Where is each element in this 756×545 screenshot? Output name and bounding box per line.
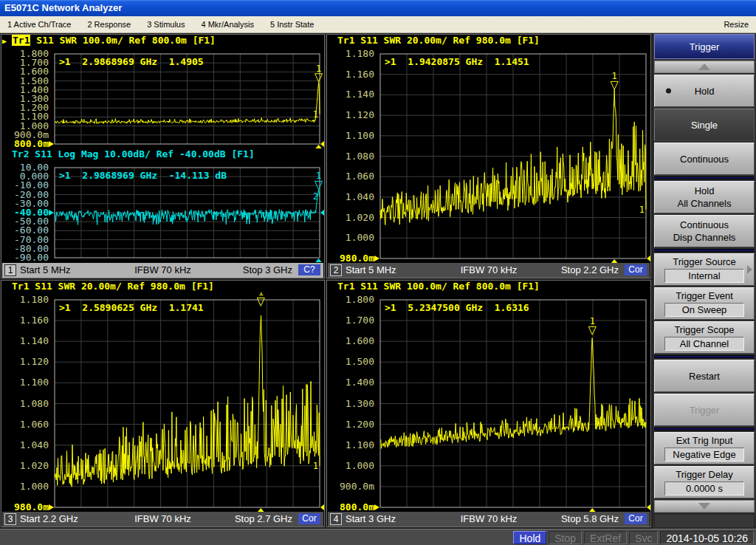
- softkey-continuous-disp-channels-button[interactable]: ContinuousDisp Channels: [654, 215, 755, 247]
- trace-name-label: Tr2: [12, 148, 29, 160]
- softkey-label-line: Disp Channels: [673, 232, 736, 243]
- softkey-sidebar: TriggerHoldSingleContinuousHoldAll Chann…: [653, 33, 756, 529]
- status-extref: ExtRef: [584, 531, 627, 544]
- trace-4-tr1-plot: 1.8001.7001.6001.5001.4001.3001.2001.100…: [327, 292, 650, 512]
- marker-number-label: 1: [258, 292, 264, 298]
- ref-level-arrow-right-icon: [320, 210, 324, 216]
- softkey-label: Trigger: [690, 405, 720, 416]
- trace-name-label: Tr1: [337, 35, 354, 46]
- softkey-scroll-down-button[interactable]: [654, 500, 755, 513]
- trace-format-label: S11 SWR 100.0m/ Ref 800.0m [F1]: [354, 281, 539, 292]
- trace-end-label: 1: [313, 109, 318, 120]
- menu-item-active-ch-trace[interactable]: 1 Active Ch/Trace: [7, 20, 71, 29]
- marker-readout: >1 5.2347500 GHz 1.6316: [385, 302, 529, 313]
- softkey-value: 0.0000 s: [664, 481, 744, 496]
- softkey-separator: [654, 249, 755, 252]
- softkey-separator: [654, 355, 755, 358]
- ref-level-arrow-left-icon: [374, 504, 379, 510]
- softkey-empty-area: [654, 514, 755, 528]
- instrument-screen: E5071C Network Analyzer 1 Active Ch/Trac…: [0, 0, 756, 545]
- trace-2-tr1-plot: 1.1801.1601.1401.1201.1001.0801.0601.040…: [327, 47, 650, 263]
- main-area: ▶Tr1 S11 SWR 100.0m/ Ref 800.0m [F1]1.80…: [0, 33, 756, 529]
- trace-name-label: Tr1: [12, 35, 30, 46]
- trace-4-tr1-header[interactable]: Tr1 S11 SWR 100.0m/ Ref 800.0m [F1]: [327, 281, 650, 292]
- trace-3-tr1-plot: 1.1801.1601.1401.1201.1001.0801.0601.040…: [1, 292, 324, 512]
- trace-4-tr1-graph: 11: [327, 292, 650, 512]
- marker-triangle-icon: [257, 298, 264, 306]
- trace-name-label: Tr1: [12, 281, 29, 292]
- marker-number-label: 1: [316, 64, 321, 74]
- marker-stimulus-triangle-icon: [315, 258, 323, 262]
- marker-readout: >1 2.5890625 GHz 1.1741: [59, 302, 204, 313]
- softkey-label-line: All Channels: [678, 198, 732, 209]
- ref-level-arrow-left-icon: [374, 256, 379, 261]
- softkey-label-line: Continuous: [680, 219, 729, 230]
- trace-end-label: 2: [313, 191, 318, 202]
- softkey-trigger-event-button[interactable]: Trigger EventOn Sweep: [654, 287, 755, 320]
- submenu-arrow-icon: [747, 265, 752, 274]
- channel-2-status-bar: 2Start 5 MHzIFBW 70 kHzStop 2.2 GHzCor: [328, 263, 650, 278]
- softkey-hold-all-channels-button[interactable]: HoldAll Channels: [654, 181, 755, 213]
- softkey-value: Negative Edge: [664, 448, 744, 462]
- softkey-separator: [654, 176, 755, 179]
- softkey-label: Single: [691, 120, 718, 131]
- softkey-label: Ext Trig Input: [676, 435, 733, 446]
- marker-readout: >1 2.9868969 GHz 1.4905: [59, 56, 204, 67]
- trace-1-tr1-header[interactable]: ▶Tr1 S11 SWR 100.0m/ Ref 800.0m [F1]: [1, 35, 324, 47]
- softkey-separator: [654, 428, 755, 431]
- softkey-hold-button[interactable]: Hold: [654, 75, 755, 107]
- softkey-continuous-button[interactable]: Continuous: [654, 143, 755, 175]
- ref-level-arrow-left-icon: [49, 504, 54, 510]
- correction-badge: C?: [298, 264, 320, 275]
- correction-badge: Cor: [298, 513, 320, 524]
- channel-2-panel: Tr1 S11 SWR 20.00m/ Ref 980.0m [F1]1.180…: [326, 34, 651, 278]
- window-title: E5071C Network Analyzer: [4, 2, 122, 13]
- system-status-bar: HoldStopExtRefSvc2014-10-05 10:26: [0, 529, 756, 545]
- marker-readout: >1 1.9420875 GHz 1.1451: [385, 56, 529, 67]
- sweep-stop-label: Stop 2.2 GHz: [561, 264, 619, 276]
- ref-level-arrow-right-icon: [320, 504, 324, 510]
- ref-level-arrow-right-icon: [647, 256, 650, 261]
- softkey-label: Restart: [689, 371, 720, 382]
- channel-1-panel: ▶Tr1 S11 SWR 100.0m/ Ref 800.0m [F1]1.80…: [1, 34, 325, 278]
- status-svc: Svc: [629, 531, 658, 544]
- status-hold: Hold: [513, 531, 546, 544]
- menu-item-instr-state[interactable]: 5 Instr State: [270, 20, 314, 29]
- softkey-trigger-source-button[interactable]: Trigger SourceInternal: [654, 253, 755, 286]
- softkey-single-button[interactable]: Single: [654, 109, 755, 141]
- marker-triangle-icon: [611, 81, 618, 89]
- trace-1-tr1-plot: 1.8001.7001.6001.5001.4001.3001.2001.100…: [1, 47, 324, 148]
- trace-1-tr2-header[interactable]: Tr2 S11 Log Mag 10.00dB/ Ref -40.00dB [F…: [1, 148, 324, 160]
- marker-triangle-icon: [588, 326, 596, 335]
- softkey-trigger-scope-button[interactable]: Trigger ScopeAll Channel: [654, 321, 755, 354]
- channel-4-status-bar: 4Start 3 GHzIFBW 70 kHzStop 5.8 GHzCor: [328, 512, 650, 527]
- trace-3-tr1-header[interactable]: Tr1 S11 SWR 20.00m/ Ref 980.0m [F1]: [1, 281, 324, 292]
- trace-2-tr1-header[interactable]: Tr1 S11 SWR 20.00m/ Ref 980.0m [F1]: [327, 35, 650, 47]
- status-datetime: 2014-10-05 10:26: [660, 531, 754, 544]
- channel-1-status-bar: 1Start 5 MHzIFBW 70 kHzStop 3 GHzC?: [2, 263, 323, 278]
- menu-item-response[interactable]: 2 Response: [87, 20, 131, 29]
- channel-3-panel: Tr1 S11 SWR 20.00m/ Ref 980.0m [F1]1.180…: [1, 280, 325, 527]
- marker-readout: >1 2.9868969 GHz -14.113 dB: [59, 170, 227, 181]
- correction-badge: Cor: [625, 264, 647, 275]
- softkey-menu-title: Trigger: [654, 34, 755, 59]
- trace-format-label: S11 Log Mag 10.00dB/ Ref -40.00dB [F1]: [29, 148, 254, 160]
- marker-number-label: 1: [612, 71, 617, 81]
- softkey-scroll-up-button[interactable]: [654, 61, 755, 73]
- ref-level-arrow-left-icon: [49, 141, 54, 147]
- trace-1-tr2-plot: 10.000.000-10.00-20.00-30.00-40.00-50.00…: [1, 160, 324, 262]
- sweep-stop-label: Stop 2.7 GHz: [235, 513, 292, 525]
- trace-name-label: Tr1: [337, 281, 354, 292]
- softkey-restart-button[interactable]: Restart: [654, 360, 755, 392]
- softkey-value: All Channel: [664, 337, 744, 351]
- softkey-label: Hold: [695, 86, 715, 97]
- menu-item-stimulus[interactable]: 3 Stimulus: [147, 20, 185, 29]
- menu-item-mkr-analysis[interactable]: 4 Mkr/Analysis: [201, 20, 254, 29]
- softkey-trigger-button: Trigger: [654, 394, 755, 426]
- sweep-stop-label: Stop 3 GHz: [243, 264, 292, 276]
- softkey-trigger-delay-button[interactable]: Trigger Delay0.0000 s: [654, 466, 755, 498]
- softkey-ext-trig-input-button[interactable]: Ext Trig InputNegative Edge: [654, 432, 755, 465]
- sweep-stop-label: Stop 5.8 GHz: [561, 513, 619, 525]
- resize-label[interactable]: Resize: [724, 20, 749, 29]
- active-trace-arrow-icon: ▶: [2, 35, 7, 47]
